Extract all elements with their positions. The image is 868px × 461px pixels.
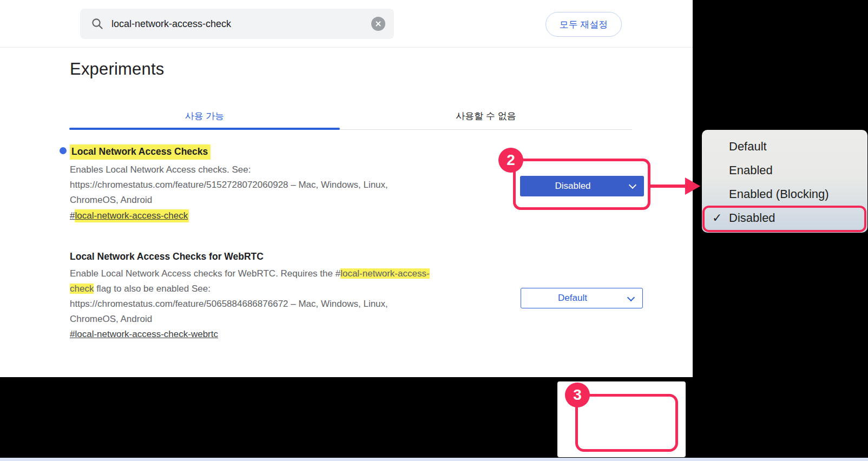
flag2-description-line4: ChromeOS, Android bbox=[70, 314, 152, 325]
flag1-permalink[interactable]: #local-network-access-check bbox=[70, 210, 189, 221]
menu-item-enabled-blocking[interactable]: Enabled (Blocking) bbox=[702, 182, 867, 206]
flag1-title: Local Network Access Checks bbox=[70, 144, 211, 160]
screenshot-canvas: local-network-access-check 모두 재설정 Experi… bbox=[0, 0, 868, 461]
flag2-select-value: Default bbox=[558, 293, 587, 304]
page-title: Experiments bbox=[70, 60, 165, 79]
flag2-desc-highlight1: local-network-access- bbox=[340, 268, 429, 279]
flag2-select[interactable]: Default bbox=[521, 288, 643, 308]
annotation-badge-step3: 3 bbox=[565, 383, 590, 407]
flag2-desc-highlight2: check bbox=[70, 284, 94, 294]
annotation-box-step3 bbox=[575, 394, 678, 452]
annotation-arrow-shaft bbox=[649, 185, 687, 188]
active-tab-underline bbox=[69, 128, 340, 130]
tab-available[interactable]: 사용 가능 bbox=[69, 104, 340, 128]
annotation-arrow-head-icon bbox=[685, 177, 700, 195]
tab-unavailable[interactable]: 사용할 수 없음 bbox=[340, 104, 632, 128]
annotation-box-disabled-option bbox=[702, 206, 866, 232]
flags-header: local-network-access-check 모두 재설정 bbox=[0, 0, 693, 48]
menu-item-enabled[interactable]: Enabled bbox=[702, 159, 867, 182]
flag2-permalink[interactable]: #local-network-access-check-webrtc bbox=[70, 329, 218, 340]
flag1-permalink-text: local-network-access-check bbox=[75, 209, 189, 222]
search-value[interactable]: local-network-access-check bbox=[111, 18, 371, 30]
clear-search-icon[interactable] bbox=[371, 17, 385, 31]
flag-modified-dot bbox=[60, 147, 67, 154]
flag1-description-line1: Enables Local Network Access checks. See… bbox=[70, 164, 251, 175]
chevron-down-icon bbox=[627, 294, 635, 301]
search-icon bbox=[91, 17, 104, 30]
flag2-description-line2: check flag to also be enabled See: bbox=[70, 284, 211, 294]
annotation-box-step2 bbox=[513, 159, 650, 210]
reset-all-button[interactable]: 모두 재설정 bbox=[545, 12, 622, 37]
window-bottom-edge bbox=[0, 458, 868, 461]
annotation-badge-step2: 2 bbox=[498, 148, 523, 173]
flag2-title: Local Network Access Checks for WebRTC bbox=[70, 251, 264, 262]
flag1-description-line2: https://chromestatus.com/feature/5152728… bbox=[70, 180, 388, 190]
search-input[interactable]: local-network-access-check bbox=[80, 9, 394, 39]
flag2-description-line1: Enable Local Network Access checks for W… bbox=[70, 268, 430, 279]
flag1-description-line3: ChromeOS, Android bbox=[70, 195, 152, 206]
flag2-desc-part2: flag to also be enabled See: bbox=[94, 284, 211, 294]
flag2-description-line3: https://chromestatus.com/feature/5065884… bbox=[70, 299, 388, 309]
flag2-desc-part1: Enable Local Network Access checks for W… bbox=[70, 268, 340, 279]
menu-item-default[interactable]: Default bbox=[702, 135, 867, 159]
